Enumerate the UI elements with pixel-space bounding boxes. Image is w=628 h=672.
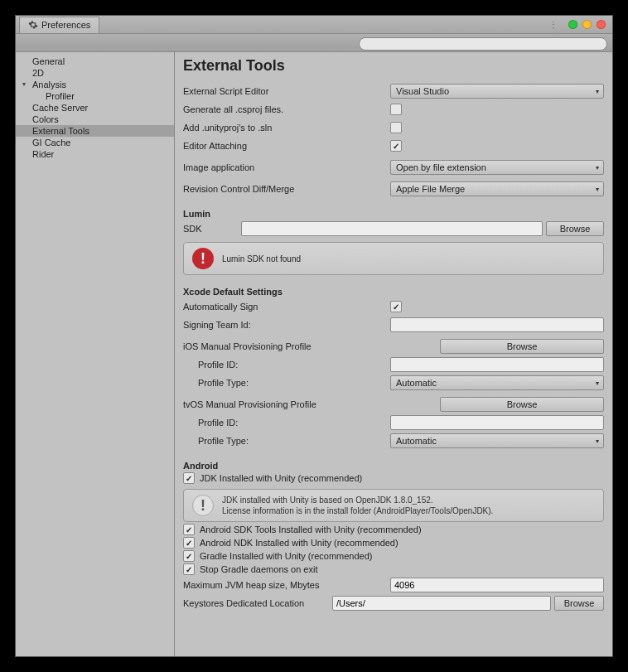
lumin-warning-text: Lumin SDK not found	[222, 254, 301, 263]
stop-gradle-checkbox[interactable]	[183, 563, 195, 575]
sidebar-item-profiler[interactable]: Profiler	[16, 90, 174, 102]
lumin-warning-box: ! Lumin SDK not found	[183, 242, 604, 275]
search-input[interactable]	[359, 37, 607, 51]
tvos-browse-button[interactable]: Browse	[440, 397, 604, 412]
sidebar-item-gi-cache[interactable]: GI Cache	[16, 137, 174, 148]
jdk-info-box: ! JDK installed with Unity is based on O…	[183, 489, 604, 522]
jdk-checkbox[interactable]	[183, 472, 195, 484]
add-unityproj-label: Add .unityproj's to .sln	[183, 123, 390, 133]
tvos-profile-type-label: Profile Type:	[183, 436, 390, 446]
gen-csproj-checkbox[interactable]	[390, 104, 402, 115]
gradle-checkbox[interactable]	[183, 550, 195, 562]
image-app-dropdown[interactable]: Open by file extension	[390, 160, 604, 175]
android-sdk-checkbox[interactable]	[183, 524, 195, 535]
close-button[interactable]	[597, 20, 606, 29]
sidebar: General 2D Analysis Profiler Cache Serve…	[16, 52, 175, 656]
jdk-info-line1: JDK installed with Unity is based on Ope…	[222, 495, 493, 505]
ios-browse-button[interactable]: Browse	[440, 339, 604, 354]
keystore-label: Keystores Dedicated Location	[183, 598, 332, 608]
tvos-profile-id-input[interactable]	[390, 415, 604, 430]
revision-control-dropdown[interactable]: Apple File Merge	[390, 181, 604, 196]
script-editor-dropdown[interactable]: Visual Studio	[390, 84, 604, 99]
ios-profile-type-label: Profile Type:	[183, 378, 390, 388]
android-ndk-label: Android NDK Installed with Unity (recomm…	[200, 538, 399, 548]
lumin-sdk-input[interactable]	[241, 221, 543, 236]
keystore-browse-button[interactable]: Browse	[554, 596, 604, 611]
gear-icon	[28, 20, 38, 30]
gradle-label: Gradle Installed with Unity (recommended…	[200, 551, 372, 561]
lumin-sdk-label: SDK	[183, 224, 241, 234]
sidebar-item-colors[interactable]: Colors	[16, 114, 174, 125]
sidebar-item-2d[interactable]: 2D	[16, 67, 174, 79]
lumin-browse-button[interactable]: Browse	[546, 221, 604, 236]
heap-size-input[interactable]	[390, 578, 604, 592]
preferences-window: Preferences ⋮ General 2D Analysis Profil…	[15, 15, 613, 657]
jdk-info-line2: License information is in the install fo…	[222, 505, 493, 516]
sidebar-item-external-tools[interactable]: External Tools	[16, 125, 174, 137]
script-editor-label: External Script Editor	[183, 86, 390, 96]
tab-label: Preferences	[41, 20, 90, 30]
xcode-heading: Xcode Default Settings	[183, 287, 604, 297]
window-controls: ⋮	[549, 20, 606, 29]
ios-provisioning-label: iOS Manual Provisioning Profile	[183, 341, 440, 351]
error-icon: !	[192, 248, 214, 269]
ios-profile-id-input[interactable]	[390, 357, 604, 372]
sidebar-item-analysis[interactable]: Analysis	[16, 79, 174, 90]
menu-icon[interactable]: ⋮	[549, 20, 558, 29]
team-id-input[interactable]	[390, 317, 604, 332]
sidebar-item-general[interactable]: General	[16, 56, 174, 67]
info-icon: !	[192, 495, 214, 516]
android-sdk-label: Android SDK Tools Installed with Unity (…	[200, 525, 422, 534]
image-app-label: Image application	[183, 162, 390, 172]
lumin-heading: Lumin	[183, 209, 604, 219]
editor-attaching-checkbox[interactable]	[390, 140, 402, 152]
keystore-input[interactable]	[332, 596, 551, 611]
android-heading: Android	[183, 461, 604, 471]
stop-gradle-label: Stop Gradle daemons on exit	[200, 564, 317, 574]
ios-profile-id-label: Profile ID:	[183, 360, 390, 370]
page-title: External Tools	[183, 57, 604, 75]
team-id-label: Signing Team Id:	[183, 320, 390, 330]
heap-size-label: Maximum JVM heap size, Mbytes	[183, 580, 390, 590]
preferences-tab[interactable]: Preferences	[19, 17, 99, 33]
gen-csproj-label: Generate all .csproj files.	[183, 104, 390, 114]
tvos-profile-type-dropdown[interactable]: Automatic	[390, 433, 604, 448]
android-ndk-checkbox[interactable]	[183, 537, 195, 549]
tvos-profile-id-label: Profile ID:	[183, 418, 390, 428]
revision-control-label: Revision Control Diff/Merge	[183, 184, 390, 194]
auto-sign-label: Automatically Sign	[183, 302, 390, 312]
ios-profile-type-dropdown[interactable]: Automatic	[390, 375, 604, 390]
maximize-button[interactable]	[582, 20, 592, 29]
titlebar: Preferences ⋮	[16, 16, 612, 34]
tvos-provisioning-label: tvOS Manual Provisioning Profile	[183, 399, 440, 409]
add-unityproj-checkbox[interactable]	[390, 122, 402, 133]
minimize-button[interactable]	[568, 20, 577, 29]
sidebar-item-rider[interactable]: Rider	[16, 148, 174, 160]
content-panel: External Tools External Script Editor Vi…	[175, 52, 612, 656]
jdk-label: JDK Installed with Unity (recommended)	[200, 473, 362, 483]
toolbar	[16, 34, 612, 52]
editor-attaching-label: Editor Attaching	[183, 141, 390, 151]
sidebar-item-cache-server[interactable]: Cache Server	[16, 102, 174, 114]
auto-sign-checkbox[interactable]	[390, 301, 402, 312]
